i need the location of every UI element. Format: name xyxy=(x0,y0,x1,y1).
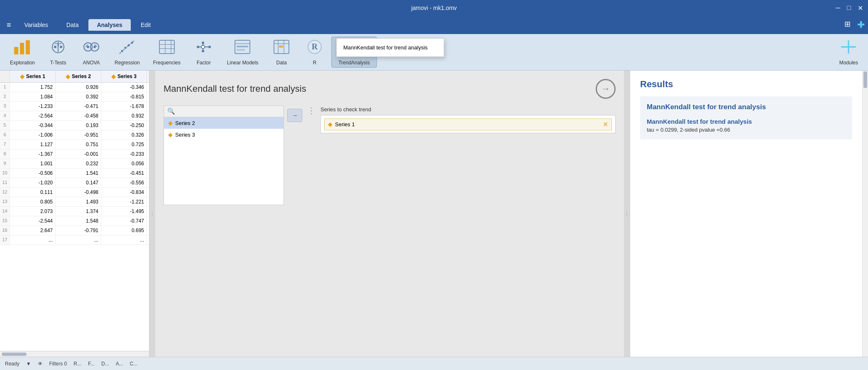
toolbar-item-modules[interactable]: Modules xyxy=(833,37,865,67)
toolbar-item-r[interactable]: R R xyxy=(298,37,331,67)
cell-series2[interactable]: -0.458 xyxy=(56,111,101,120)
cell-series1[interactable]: -1.233 xyxy=(10,102,56,111)
cell-series3[interactable]: 0.725 xyxy=(101,140,147,149)
status-d[interactable]: D... xyxy=(101,361,109,367)
cell-series2[interactable]: 0.392 xyxy=(56,92,101,101)
cell-series2[interactable]: -0.951 xyxy=(56,130,101,140)
cell-series3[interactable]: -1.221 xyxy=(101,197,147,206)
assign-arrow-button[interactable]: → xyxy=(287,109,302,122)
cell-series1[interactable]: -2.544 xyxy=(10,216,56,225)
cell-series2[interactable]: 1.548 xyxy=(56,216,101,225)
cell-series3[interactable]: -0.815 xyxy=(101,92,147,101)
search-icon[interactable]: 🔍 xyxy=(167,108,175,115)
cell-series1[interactable]: -1.006 xyxy=(10,130,56,140)
cell-series2[interactable]: -0.001 xyxy=(56,149,101,159)
table-row[interactable]: 11 -1.020 0.147 -0.556 xyxy=(0,178,149,188)
dropdown-mannkendall[interactable]: MannKendall test for trend analysis xyxy=(337,41,444,54)
toolbar-item-factor[interactable]: Factor xyxy=(187,37,220,67)
toolbar-item-data[interactable]: Data xyxy=(265,37,298,67)
cell-series3[interactable]: -0.747 xyxy=(101,216,147,225)
table-row[interactable]: 1 1.752 0.926 -0.346 xyxy=(0,83,149,92)
col-header-series3[interactable]: ◆ Series 3 xyxy=(101,71,147,82)
tab-edit[interactable]: Edit xyxy=(132,19,159,31)
hamburger-menu[interactable]: ≡ xyxy=(3,19,15,31)
cell-series1[interactable]: -2.564 xyxy=(10,111,56,120)
var-item-series3[interactable]: ◆ Series 3 xyxy=(164,129,284,140)
cell-series1[interactable]: 0.805 xyxy=(10,197,56,206)
table-row[interactable]: 3 -1.233 -0.471 -1.678 xyxy=(0,102,149,111)
cell-series1[interactable]: 1.127 xyxy=(10,140,56,149)
modules-plus-icon[interactable]: ✚ xyxy=(857,20,865,30)
results-vscrollbar[interactable] xyxy=(862,71,868,357)
status-eye-icon[interactable]: 👁 xyxy=(38,361,43,367)
cell-series3[interactable]: 0.056 xyxy=(101,159,147,168)
toolbar-item-frequencies[interactable]: Frequencies xyxy=(147,37,187,67)
cell-series1[interactable]: 1.084 xyxy=(10,92,56,101)
cell-series1[interactable]: -1.367 xyxy=(10,149,56,159)
cell-series3[interactable]: -0.834 xyxy=(101,188,147,197)
table-row[interactable]: 15 -2.544 1.548 -0.747 xyxy=(0,216,149,226)
cell-series2[interactable]: -0.791 xyxy=(56,226,101,235)
cell-series2[interactable]: 0.147 xyxy=(56,178,101,187)
cell-series2[interactable]: 0.193 xyxy=(56,121,101,130)
cell-series3[interactable]: -0.233 xyxy=(101,149,147,159)
cell-series2[interactable]: -0.498 xyxy=(56,188,101,197)
cell-series2[interactable]: 1.541 xyxy=(56,169,101,178)
cell-series2[interactable]: 0.751 xyxy=(56,140,101,149)
cell-series3[interactable]: -1.495 xyxy=(101,207,147,216)
table-row[interactable]: 13 0.805 1.493 -1.221 xyxy=(0,197,149,207)
table-row[interactable]: 8 -1.367 -0.001 -0.233 xyxy=(0,149,149,159)
status-f[interactable]: F... xyxy=(88,361,95,367)
collapse-handle-left[interactable]: ⋮ xyxy=(149,71,155,357)
cell-series2[interactable]: -0.471 xyxy=(56,102,101,111)
table-row[interactable]: 10 -0.506 1.541 -0.451 xyxy=(0,169,149,178)
minimize-button[interactable]: ─ xyxy=(836,4,840,12)
toolbar-item-regression[interactable]: Regression xyxy=(108,37,147,67)
table-row[interactable]: 17 ... ... ... xyxy=(0,235,149,245)
toolbar-item-linearmodels[interactable]: Linear Models xyxy=(220,37,265,67)
table-row[interactable]: 12 0.111 -0.498 -0.834 xyxy=(0,188,149,197)
table-row[interactable]: 6 -1.006 -0.951 0.326 xyxy=(0,130,149,140)
cell-series3[interactable]: ... xyxy=(101,235,147,245)
run-analysis-button[interactable]: → xyxy=(596,79,616,99)
cell-series1[interactable]: -0.344 xyxy=(10,121,56,130)
cell-series1[interactable]: ... xyxy=(10,235,56,245)
cell-series1[interactable]: -0.506 xyxy=(10,169,56,178)
table-row[interactable]: 14 2.073 1.374 -1.495 xyxy=(0,207,149,216)
maximize-button[interactable]: □ xyxy=(847,4,851,12)
spreadsheet-hscroll[interactable] xyxy=(0,351,149,357)
col-header-series1[interactable]: ◆ Series 1 xyxy=(10,71,56,82)
window-controls[interactable]: ─ □ ✕ xyxy=(836,4,863,12)
tab-variables[interactable]: Variables xyxy=(16,19,56,31)
collapse-handle-right[interactable]: ⋮ xyxy=(624,71,630,357)
cell-series3[interactable]: -0.556 xyxy=(101,178,147,187)
cell-series3[interactable]: -0.451 xyxy=(101,169,147,178)
tab-data[interactable]: Data xyxy=(58,19,87,31)
table-row[interactable]: 16 2.647 -0.791 0.695 xyxy=(0,226,149,235)
toolbar-item-exploration[interactable]: Exploration xyxy=(3,37,42,67)
status-filter-icon[interactable]: ▼ xyxy=(26,361,31,367)
table-row[interactable]: 4 -2.564 -0.458 0.932 xyxy=(0,111,149,121)
cell-series3[interactable]: -1.678 xyxy=(101,102,147,111)
scroll-thumb[interactable] xyxy=(863,71,867,88)
spreadsheet-body[interactable]: 1 1.752 0.926 -0.346 2 1.084 0.392 -0.81… xyxy=(0,83,149,351)
cell-series3[interactable]: 0.695 xyxy=(101,226,147,235)
close-button[interactable]: ✕ xyxy=(858,4,863,12)
cell-series2[interactable]: 1.374 xyxy=(56,207,101,216)
col-header-series2[interactable]: ◆ Series 2 xyxy=(56,71,101,82)
cell-series1[interactable]: 2.073 xyxy=(10,207,56,216)
table-row[interactable]: 2 1.084 0.392 -0.815 xyxy=(0,92,149,102)
cell-series3[interactable]: 0.326 xyxy=(101,130,147,140)
cell-series3[interactable]: -0.250 xyxy=(101,121,147,130)
status-a[interactable]: A... xyxy=(116,361,123,367)
cell-series1[interactable]: -1.020 xyxy=(10,178,56,187)
cell-series3[interactable]: 0.932 xyxy=(101,111,147,120)
target-var-series1[interactable]: ◆ Series 1 ✕ xyxy=(324,118,612,130)
cell-series3[interactable]: -0.346 xyxy=(101,83,147,92)
cell-series1[interactable]: 2.647 xyxy=(10,226,56,235)
cell-series2[interactable]: 1.493 xyxy=(56,197,101,206)
target-remove-icon[interactable]: ✕ xyxy=(603,120,608,128)
cell-series2[interactable]: ... xyxy=(56,235,101,245)
var-item-series2[interactable]: ◆ Series 2 xyxy=(164,117,284,129)
table-row[interactable]: 5 -0.344 0.193 -0.250 xyxy=(0,121,149,130)
